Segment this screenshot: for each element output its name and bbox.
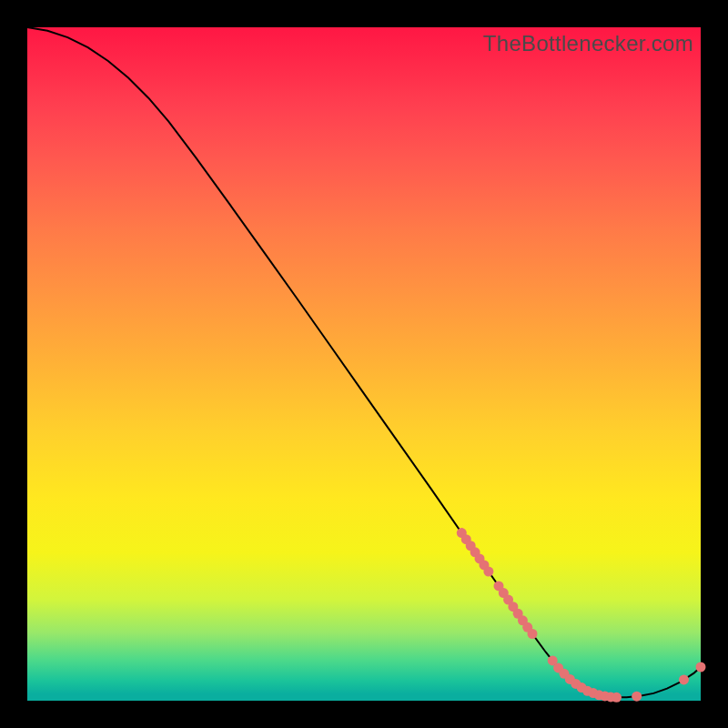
data-marker: [612, 693, 622, 703]
data-marker: [475, 553, 485, 563]
data-marker: [499, 588, 509, 598]
data-marker: [679, 674, 689, 684]
data-marker: [508, 602, 518, 612]
data-marker: [522, 622, 532, 632]
data-marker: [588, 688, 598, 698]
data-marker: [632, 692, 642, 702]
data-marker: [571, 679, 581, 689]
data-marker: [494, 581, 504, 591]
data-marker: [483, 567, 493, 577]
data-marker: [513, 609, 523, 619]
data-marker: [548, 655, 558, 665]
data-marker: [600, 691, 610, 701]
data-marker: [466, 541, 476, 551]
data-marker: [470, 547, 480, 557]
data-marker: [696, 662, 706, 672]
data-marker: [559, 669, 569, 679]
watermark-label: TheBottlenecker.com: [483, 31, 693, 56]
chart-frame: TheBottlenecker.com: [27, 27, 701, 701]
data-marker: [457, 528, 467, 538]
data-marker: [553, 662, 563, 672]
data-marker: [565, 674, 575, 684]
data-marker: [503, 595, 513, 605]
data-marker: [594, 690, 604, 700]
data-marker: [518, 615, 528, 625]
curve-layer: [27, 27, 701, 701]
data-marker: [577, 682, 587, 693]
data-marker: [606, 692, 616, 702]
data-marker: [582, 686, 592, 696]
data-marker: [461, 534, 471, 544]
markers-group: [457, 528, 706, 703]
data-marker: [528, 629, 538, 639]
data-marker: [479, 560, 489, 570]
bottleneck-curve: [27, 27, 701, 697]
